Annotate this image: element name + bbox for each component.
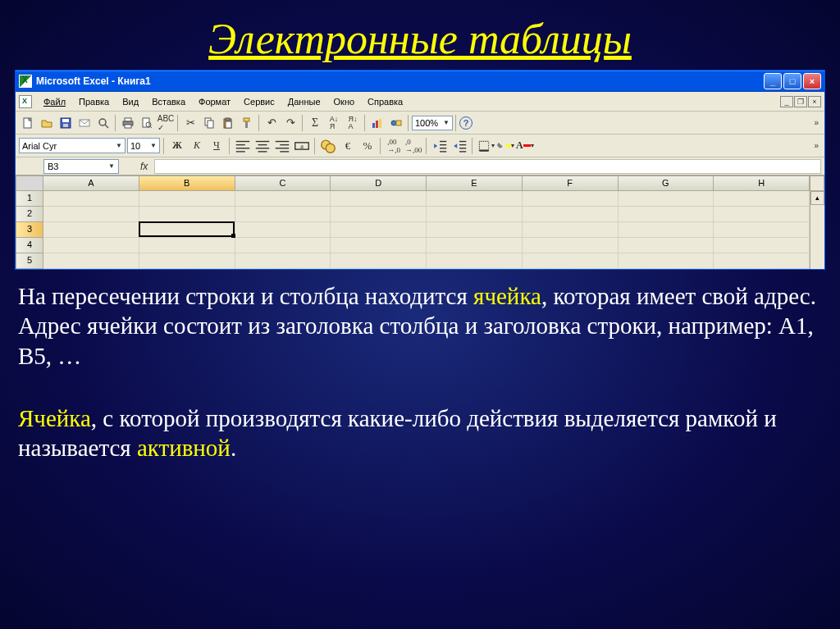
doc-minimize-button[interactable]: _ bbox=[780, 96, 793, 107]
undo-icon[interactable]: ↶ bbox=[262, 114, 281, 132]
zoom-selector[interactable]: 100% ▼ bbox=[412, 116, 453, 130]
maximize-button[interactable]: □ bbox=[783, 73, 801, 89]
column-header[interactable]: G bbox=[619, 175, 714, 191]
scroll-up-icon[interactable]: ▴ bbox=[810, 191, 824, 205]
cell[interactable] bbox=[43, 253, 139, 269]
fx-icon[interactable]: fx bbox=[121, 161, 154, 172]
close-button[interactable]: × bbox=[803, 73, 821, 89]
decrease-decimal-icon[interactable]: ,0→,00 bbox=[404, 137, 422, 155]
open-icon[interactable] bbox=[38, 114, 56, 132]
cell[interactable] bbox=[619, 191, 714, 207]
vertical-scrollbar[interactable]: ▴ bbox=[810, 191, 824, 269]
cell[interactable] bbox=[235, 222, 331, 238]
toolbar-overflow-icon[interactable]: » bbox=[811, 118, 821, 127]
menu-window[interactable]: Окно bbox=[327, 94, 362, 109]
cell[interactable] bbox=[331, 191, 427, 207]
menu-data[interactable]: Данные bbox=[281, 94, 327, 109]
decrease-indent-icon[interactable] bbox=[431, 137, 449, 155]
new-icon[interactable] bbox=[19, 114, 37, 132]
fill-color-icon[interactable]: ▾ bbox=[496, 137, 514, 155]
menu-tools[interactable]: Сервис bbox=[237, 94, 281, 109]
cell[interactable] bbox=[235, 207, 331, 222]
font-name-selector[interactable]: Arial Cyr ▼ bbox=[19, 138, 126, 153]
cell[interactable] bbox=[714, 238, 810, 253]
euro-icon[interactable]: € bbox=[339, 137, 357, 155]
align-center-icon[interactable] bbox=[253, 137, 272, 155]
percent-icon[interactable]: % bbox=[358, 137, 377, 155]
cell[interactable] bbox=[43, 207, 139, 222]
chart-icon[interactable] bbox=[368, 114, 386, 132]
cell[interactable] bbox=[331, 238, 427, 253]
sort-desc-icon[interactable]: Я↓А bbox=[344, 114, 362, 132]
column-header[interactable]: D bbox=[331, 175, 427, 191]
font-color-icon[interactable]: A▾ bbox=[516, 137, 534, 155]
cell[interactable] bbox=[139, 222, 235, 238]
cell[interactable] bbox=[523, 253, 619, 269]
menu-view[interactable]: Вид bbox=[116, 94, 145, 109]
cell[interactable] bbox=[427, 207, 523, 222]
print-preview-icon[interactable] bbox=[138, 114, 156, 132]
select-all-corner[interactable] bbox=[16, 175, 43, 191]
borders-icon[interactable]: ▾ bbox=[477, 137, 495, 155]
increase-decimal-icon[interactable]: ,00→,0 bbox=[385, 137, 403, 155]
cell[interactable] bbox=[427, 253, 523, 269]
column-header[interactable]: F bbox=[523, 175, 619, 191]
italic-button[interactable]: К bbox=[188, 137, 206, 155]
email-icon[interactable] bbox=[75, 114, 94, 132]
underline-button[interactable]: Ч bbox=[208, 137, 226, 155]
column-header[interactable]: H bbox=[714, 175, 810, 191]
menu-format[interactable]: Формат bbox=[192, 94, 237, 109]
formula-input[interactable] bbox=[154, 159, 821, 174]
cell[interactable] bbox=[235, 253, 331, 269]
align-left-icon[interactable] bbox=[234, 137, 252, 155]
cell[interactable] bbox=[714, 222, 810, 238]
cell[interactable] bbox=[523, 238, 619, 253]
cell[interactable] bbox=[43, 191, 139, 207]
column-header[interactable]: E bbox=[427, 175, 523, 191]
cell[interactable] bbox=[139, 238, 235, 253]
cut-icon[interactable]: ✂ bbox=[181, 114, 199, 132]
cells-grid[interactable] bbox=[43, 191, 810, 269]
column-header[interactable]: A bbox=[43, 175, 139, 191]
cell[interactable] bbox=[619, 238, 714, 253]
cell[interactable] bbox=[235, 191, 331, 207]
cell[interactable] bbox=[139, 207, 235, 222]
doc-close-button[interactable]: × bbox=[808, 96, 821, 107]
doc-restore-button[interactable]: ❐ bbox=[794, 96, 807, 107]
bold-button[interactable]: Ж bbox=[168, 137, 186, 155]
help-icon[interactable]: ? bbox=[459, 116, 472, 130]
cell[interactable] bbox=[139, 253, 235, 269]
cell[interactable] bbox=[427, 191, 523, 207]
cell[interactable] bbox=[619, 222, 714, 238]
minimize-button[interactable]: _ bbox=[764, 73, 782, 89]
format-painter-icon[interactable] bbox=[238, 114, 256, 132]
copy-icon[interactable] bbox=[200, 114, 218, 132]
row-header[interactable]: 4 bbox=[16, 238, 43, 253]
save-icon[interactable] bbox=[57, 114, 75, 132]
cell[interactable] bbox=[43, 238, 139, 253]
row-header[interactable]: 3 bbox=[16, 222, 43, 238]
menu-insert[interactable]: Вставка bbox=[145, 94, 192, 109]
row-header[interactable]: 1 bbox=[16, 191, 43, 207]
cell[interactable] bbox=[523, 191, 619, 207]
column-header[interactable]: B bbox=[139, 175, 235, 191]
autosum-icon[interactable]: Σ bbox=[306, 114, 324, 132]
currency-icon[interactable] bbox=[319, 137, 337, 155]
cell[interactable] bbox=[331, 222, 427, 238]
cell[interactable] bbox=[139, 191, 235, 207]
cell[interactable] bbox=[619, 253, 714, 269]
font-size-selector[interactable]: 10 ▼ bbox=[127, 138, 160, 153]
cell[interactable] bbox=[331, 253, 427, 269]
cell[interactable] bbox=[523, 207, 619, 222]
paste-icon[interactable] bbox=[219, 114, 237, 132]
menu-edit[interactable]: Правка bbox=[72, 94, 116, 109]
cell[interactable] bbox=[331, 207, 427, 222]
cell[interactable] bbox=[43, 222, 139, 238]
name-box[interactable]: B3 ▼ bbox=[43, 159, 119, 174]
cell[interactable] bbox=[427, 222, 523, 238]
toolbar-overflow-icon[interactable]: » bbox=[811, 141, 821, 150]
menu-file[interactable]: Файл bbox=[37, 94, 72, 109]
drawing-icon[interactable] bbox=[387, 114, 405, 132]
document-icon[interactable] bbox=[19, 95, 32, 108]
spellcheck-icon[interactable]: ABC✓ bbox=[157, 114, 175, 132]
